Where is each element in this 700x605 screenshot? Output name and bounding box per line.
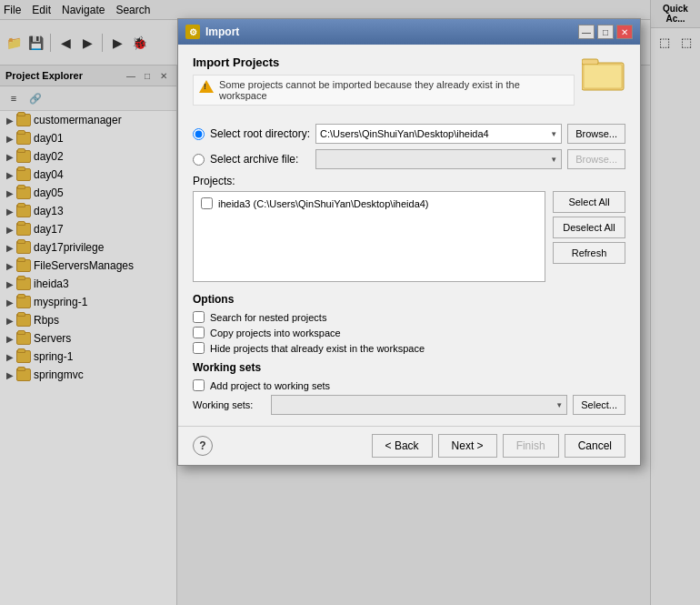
dropdown-arrow: ▼	[550, 156, 557, 164]
root-dir-radio[interactable]	[193, 128, 205, 140]
options-section: Options Search for nested projects Copy …	[193, 293, 625, 354]
modal-overlay: ⚙ Import — □ ✕ Import Projects	[0, 0, 700, 605]
add-working-sets-checkbox[interactable]	[193, 379, 205, 391]
archive-file-radio[interactable]	[193, 154, 205, 166]
root-dir-dropdown[interactable]: C:\Users\QinShuiYan\Desktop\iheida4 ▼	[315, 124, 562, 144]
folder-thumbnail	[582, 55, 625, 92]
hide-projects-label: Hide projects that already exist in the …	[210, 343, 425, 354]
cancel-btn[interactable]: Cancel	[565, 434, 625, 458]
warning-banner: Some projects cannot be imported because…	[193, 75, 575, 106]
footer-buttons: < Back Next > Finish Cancel	[372, 434, 625, 458]
root-dir-browse-btn[interactable]: Browse...	[567, 124, 625, 144]
add-working-sets-label: Add project to working sets	[210, 380, 330, 391]
dialog-titlebar: ⚙ Import — □ ✕	[178, 19, 640, 45]
nested-projects-label: Search for nested projects	[210, 312, 326, 323]
dropdown-arrow: ▼	[555, 401, 563, 409]
options-label: Options	[193, 293, 625, 306]
working-sets-section: Working sets Add project to working sets…	[193, 361, 625, 415]
import-header: Import Projects Some projects cannot be …	[193, 55, 625, 115]
help-btn[interactable]: ?	[193, 436, 213, 456]
projects-list: iheida3 (C:\Users\QinShuiYan\Desktop\ihe…	[193, 191, 545, 282]
archive-file-input: ▼	[315, 149, 562, 169]
hide-projects-checkbox[interactable]	[193, 342, 205, 354]
working-sets-label: Working sets	[193, 361, 625, 374]
projects-label: Projects:	[193, 175, 625, 187]
nested-projects-checkbox[interactable]	[193, 311, 205, 323]
deselect-all-btn[interactable]: Deselect All	[553, 217, 625, 238]
dialog-close-btn[interactable]: ✕	[616, 25, 633, 39]
project-list-item: iheida3 (C:\Users\QinShuiYan\Desktop\ihe…	[197, 196, 541, 211]
archive-file-label: Select archive file:	[210, 153, 310, 166]
select-all-btn[interactable]: Select All	[553, 191, 625, 213]
dialog-content: Import Projects Some projects cannot be …	[178, 45, 640, 426]
working-set-row: Working sets: ▼ Select...	[193, 395, 625, 415]
dialog-title-text: ⚙ Import	[185, 25, 239, 39]
import-title: Import Projects	[193, 55, 575, 69]
copy-projects-label: Copy projects into workspace	[210, 328, 341, 338]
archive-file-browse-btn[interactable]: Browse...	[567, 149, 625, 169]
project-name: iheida3 (C:\Users\QinShuiYan\Desktop\ihe…	[218, 198, 429, 209]
root-dir-label: Select root directory:	[210, 127, 310, 140]
svg-rect-2	[584, 65, 622, 88]
dialog-maximize-btn[interactable]: □	[597, 25, 614, 39]
dropdown-arrow: ▼	[550, 130, 557, 138]
dialog-title-icon: ⚙	[185, 25, 200, 39]
import-dialog: ⚙ Import — □ ✕ Import Projects	[177, 18, 641, 466]
working-sets-dropdown: ▼	[271, 395, 567, 415]
project-checkbox[interactable]	[201, 197, 213, 209]
refresh-btn[interactable]: Refresh	[553, 242, 625, 264]
project-buttons: Select All Deselect All Refresh	[553, 191, 625, 282]
copy-projects-checkbox[interactable]	[193, 327, 205, 338]
finish-btn[interactable]: Finish	[503, 434, 559, 458]
root-dir-path: C:\Users\QinShuiYan\Desktop\iheida4	[320, 128, 489, 139]
option-nested-projects: Search for nested projects	[193, 311, 625, 323]
warning-icon	[199, 79, 214, 94]
dialog-controls: — □ ✕	[578, 25, 633, 39]
add-to-working-sets-row: Add project to working sets	[193, 379, 625, 391]
projects-container: iheida3 (C:\Users\QinShuiYan\Desktop\ihe…	[193, 191, 625, 282]
select-archive-row: Select archive file: ▼ Browse...	[193, 149, 625, 169]
working-sets-field-label: Working sets:	[193, 399, 265, 410]
warning-text: Some projects cannot be imported because…	[219, 79, 568, 101]
svg-rect-1	[582, 59, 598, 65]
option-hide-projects: Hide projects that already exist in the …	[193, 342, 625, 354]
dialog-title-label: Import	[205, 25, 239, 38]
option-copy-projects: Copy projects into workspace	[193, 327, 625, 338]
dialog-minimize-btn[interactable]: —	[578, 25, 595, 39]
select-root-row: Select root directory: C:\Users\QinShuiY…	[193, 124, 625, 144]
back-btn[interactable]: < Back	[372, 434, 433, 458]
dialog-footer: ? < Back Next > Finish Cancel	[178, 426, 640, 465]
working-sets-select-btn[interactable]: Select...	[573, 395, 625, 415]
next-btn[interactable]: Next >	[438, 434, 497, 458]
